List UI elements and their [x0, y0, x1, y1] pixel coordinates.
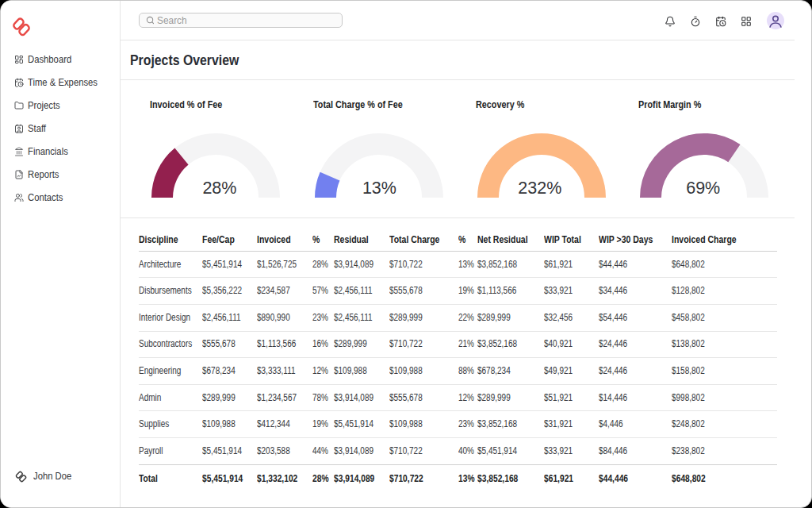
svg-text:69%: 69%: [686, 179, 720, 198]
svg-text:28%: 28%: [202, 179, 236, 198]
svg-text:13%: 13%: [362, 179, 396, 198]
svg-text:232%: 232%: [518, 179, 561, 198]
